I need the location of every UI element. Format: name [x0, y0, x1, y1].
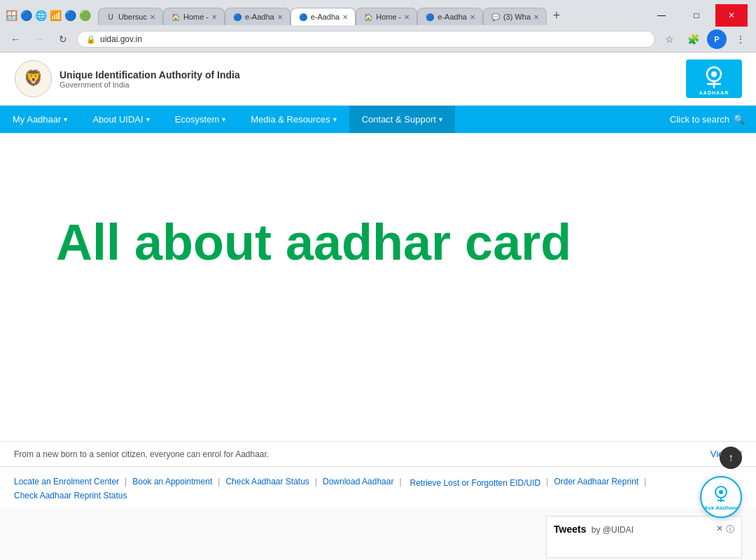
- tab-eaadha3[interactable]: 🔵 e-Aadha ✕: [417, 8, 483, 25]
- profile-button[interactable]: P: [707, 29, 727, 49]
- tweets-info-icon[interactable]: ⓘ: [726, 524, 734, 536]
- chatbot-label: Ask Aadhaar: [704, 505, 738, 511]
- chevron-icon-contact: ▾: [439, 115, 442, 123]
- tab-label-eaadha2: e-Aadha: [311, 13, 340, 21]
- tab-ubersuc[interactable]: U Ubersuc ✕: [98, 8, 163, 25]
- browser-chrome: 🪟 🔵 🌐 📶 🔵 🟢 U Ubersuc ✕ 🏠 Home - ✕ 🔵 e-A…: [0, 0, 756, 52]
- nav-media-resources[interactable]: Media & Resources ▾: [238, 106, 349, 133]
- footer-check-status[interactable]: Check Aadhaar Status: [225, 477, 309, 486]
- tab-favicon-whatsapp: 💬: [491, 12, 500, 22]
- tab-favicon-eaadha2: 🔵: [298, 12, 308, 22]
- footer-locate-enrolment[interactable]: Locate an Enrolment Center: [14, 477, 119, 486]
- tab-home1[interactable]: 🏠 Home - ✕: [163, 8, 225, 25]
- tab-close-home1[interactable]: ✕: [211, 13, 217, 21]
- tab-whatsapp[interactable]: 💬 (3) Wha ✕: [483, 8, 547, 25]
- org-name: Unique Identification Authority of India: [59, 69, 240, 80]
- tabs-row: U Ubersuc ✕ 🏠 Home - ✕ 🔵 e-Aadha ✕ 🔵 e-A…: [98, 6, 566, 25]
- svg-point-9: [719, 490, 723, 494]
- tweets-label: Tweets: [554, 524, 586, 535]
- main-nav: My Aadhaar ▾ About UIDAI ▾ Ecosystem ▾ M…: [0, 106, 756, 133]
- logo-area: 🦁 Unique Identification Authority of Ind…: [14, 59, 240, 98]
- overlay-text: All about aadhar card: [56, 214, 571, 271]
- tab-favicon-eaadha3: 🔵: [425, 12, 435, 22]
- site-header: 🦁 Unique Identification Authority of Ind…: [0, 52, 756, 106]
- tab-close-home2[interactable]: ✕: [404, 13, 410, 21]
- address-field[interactable]: 🔒 uidai.gov.in: [77, 31, 655, 48]
- tweets-by: by @UIDAI: [592, 525, 634, 535]
- forward-button[interactable]: →: [29, 29, 49, 49]
- tab-eaadha1[interactable]: 🔵 e-Aadha ✕: [225, 8, 290, 25]
- nav-search[interactable]: Click to search 🔍: [659, 108, 756, 130]
- tab-close-eaadha1[interactable]: ✕: [277, 13, 283, 21]
- tab-label-home2: Home -: [376, 13, 401, 21]
- tab-close-eaadha2[interactable]: ✕: [342, 13, 348, 21]
- tab-label-whatsapp: (3) Wha: [503, 13, 531, 21]
- chevron-icon-about: ▾: [146, 115, 150, 123]
- footer-check-reprint[interactable]: Check Aadhaar Reprint Status: [14, 491, 127, 500]
- logo-text: Unique Identification Authority of India…: [59, 69, 240, 89]
- bookmark-button[interactable]: ☆: [659, 29, 679, 49]
- tab-close-eaadha3[interactable]: ✕: [470, 13, 475, 21]
- view-all-text: From a new born to a senior citizen, eve…: [14, 449, 269, 459]
- emblem-icon: 🦁: [14, 59, 52, 98]
- footer-retrieve-lost[interactable]: Retrieve Lost or Forgotten EID/UID: [410, 478, 541, 488]
- back-button[interactable]: ←: [6, 29, 25, 49]
- search-label: Click to search: [670, 114, 729, 125]
- url-text: uidai.gov.in: [100, 34, 142, 44]
- refresh-button[interactable]: ↻: [53, 29, 73, 49]
- scroll-top-button[interactable]: ↑: [720, 447, 742, 469]
- svg-point-4: [711, 71, 717, 77]
- footer-download[interactable]: Download Aadhaar: [323, 477, 393, 486]
- tab-close-whatsapp[interactable]: ✕: [533, 13, 539, 21]
- tab-home2[interactable]: 🏠 Home - ✕: [356, 8, 417, 25]
- tab-favicon-home2: 🏠: [363, 12, 373, 22]
- website: 🦁 Unique Identification Authority of Ind…: [0, 52, 756, 560]
- tweets-panel: Tweets by @UIDAI ⓘ ✕: [546, 516, 742, 558]
- nav-ecosystem[interactable]: Ecosystem ▾: [162, 106, 239, 133]
- tab-add-button[interactable]: +: [547, 6, 566, 25]
- tab-label-eaadha3: e-Aadha: [438, 13, 467, 21]
- nav-contact-support[interactable]: Contact & Support ▾: [349, 106, 455, 133]
- menu-button[interactable]: ⋮: [731, 29, 750, 49]
- window-controls: — □ ✕: [645, 4, 750, 27]
- minimize-button[interactable]: —: [645, 4, 678, 27]
- chevron-icon-media: ▾: [333, 115, 337, 123]
- gov-name: Government of India: [59, 80, 240, 89]
- browser-actions: ☆ 🧩 P ⋮: [659, 29, 750, 49]
- tab-favicon-home1: 🏠: [171, 12, 181, 22]
- tab-eaadha2[interactable]: 🔵 e-Aadha ✕: [290, 8, 356, 25]
- maximize-button[interactable]: □: [680, 4, 713, 27]
- view-all-row: From a new born to a senior citizen, eve…: [0, 441, 756, 466]
- lock-icon: 🔒: [86, 35, 96, 44]
- search-icon: 🔍: [734, 114, 745, 125]
- chevron-icon-ecosystem: ▾: [222, 115, 225, 123]
- extensions-button[interactable]: 🧩: [683, 29, 703, 49]
- close-button[interactable]: ✕: [715, 4, 748, 27]
- nav-about-uidai[interactable]: About UIDAI ▾: [80, 106, 162, 133]
- footer-order-reprint[interactable]: Order Aadhaar Reprint: [554, 477, 638, 486]
- chatbot-button[interactable]: Ask Aadhaar: [700, 476, 742, 518]
- footer-links: Locate an Enrolment Center | Book an App…: [0, 466, 756, 509]
- svg-text:🦁: 🦁: [24, 69, 43, 88]
- tab-label-home1: Home -: [183, 13, 209, 21]
- nav-my-aadhaar[interactable]: My Aadhaar ▾: [0, 106, 80, 133]
- tab-label-eaadha1: e-Aadha: [245, 13, 274, 21]
- tweets-close-icon[interactable]: ✕: [716, 524, 723, 533]
- footer-book-appointment[interactable]: Book an Appointment: [132, 477, 212, 486]
- bottom-section: Tweets by @UIDAI ⓘ ✕: [0, 509, 756, 560]
- tab-favicon-eaadha1: 🔵: [232, 12, 242, 22]
- address-bar: ← → ↻ 🔒 uidai.gov.in ☆ 🧩 P ⋮: [0, 27, 756, 52]
- svg-text:AADHAAR: AADHAAR: [699, 90, 729, 95]
- tab-favicon-ubersuc: U: [106, 12, 115, 22]
- left-spacer: [14, 516, 546, 558]
- tab-label-ubersuc: Ubersuc: [118, 13, 147, 21]
- chevron-icon-my-aadhaar: ▾: [64, 115, 67, 123]
- aadhaar-logo: AADHAAR: [686, 59, 742, 98]
- tab-close-ubersuc[interactable]: ✕: [150, 13, 155, 21]
